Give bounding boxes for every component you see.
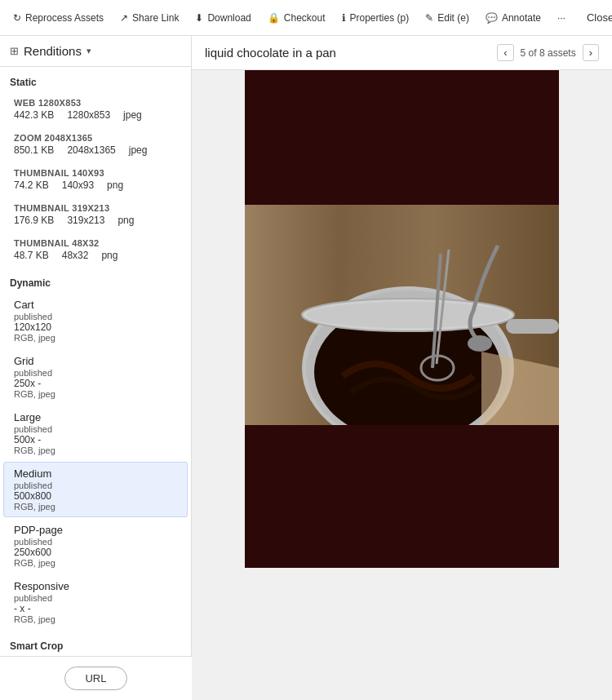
rendition-sub-large: published bbox=[14, 424, 177, 434]
rendition-item-responsive[interactable]: Responsive published - x - RGB, jpeg bbox=[3, 574, 188, 630]
edit-button[interactable]: ✎ Edit (e) bbox=[419, 8, 476, 28]
rendition-item-thumb140[interactable]: THUMBNAIL 140X93 74.2 KB 140x93 png bbox=[3, 162, 188, 197]
share-link-button[interactable]: ↗ Share Link bbox=[113, 8, 185, 28]
rendition-size-zoom: 850.1 KB bbox=[14, 144, 54, 156]
download-icon: ⬇ bbox=[195, 12, 203, 24]
close-button[interactable]: Close bbox=[579, 7, 612, 28]
rendition-format-zoom: jpeg bbox=[129, 144, 148, 156]
rendition-sub-grid: published bbox=[14, 368, 177, 378]
image-bottom-panel bbox=[245, 425, 559, 568]
rendition-sub-pdp: published bbox=[14, 537, 177, 547]
lock-icon: 🔒 bbox=[268, 12, 280, 24]
renditions-header[interactable]: ⊞ Renditions ▾ bbox=[0, 36, 191, 67]
rendition-format-web: jpeg bbox=[123, 109, 142, 121]
rendition-info-grid: 250x - bbox=[14, 378, 177, 389]
rendition-label-thumb140: THUMBNAIL 140X93 bbox=[14, 168, 177, 178]
smart-crop-section-header: Smart Crop bbox=[0, 631, 191, 655]
rendition-label-zoom: ZOOM 2048X1365 bbox=[14, 133, 177, 143]
rendition-item-cart[interactable]: Cart published 120x120 RGB, jpeg bbox=[3, 293, 188, 348]
rendition-size-thumb48: 48.7 KB bbox=[14, 250, 49, 261]
rendition-item-zoom[interactable]: ZOOM 2048X1365 850.1 KB 2048x1365 jpeg bbox=[3, 127, 188, 162]
rendition-format-medium: RGB, jpeg bbox=[14, 502, 177, 512]
rendition-sub-responsive: published bbox=[14, 593, 177, 603]
rendition-dims-medium: 500x800 bbox=[14, 490, 51, 502]
reprocess-assets-button[interactable]: ↻ Reprocess Assets bbox=[7, 8, 110, 28]
static-section-header: Static bbox=[0, 67, 191, 91]
rendition-info-thumb140: 74.2 KB 140x93 png bbox=[14, 179, 177, 191]
renditions-title: Renditions bbox=[24, 44, 82, 58]
rendition-info-thumb48: 48.7 KB 48x32 png bbox=[14, 250, 177, 261]
chocolate-image-svg bbox=[245, 205, 559, 425]
rendition-name-pdp: PDP-page bbox=[14, 524, 177, 536]
more-button[interactable]: ··· bbox=[551, 8, 572, 28]
annotate-button[interactable]: 💬 Annotate bbox=[479, 8, 548, 28]
rendition-info-web: 442.3 KB 1280x853 jpeg bbox=[14, 109, 177, 121]
rendition-info-pdp: 250x600 bbox=[14, 547, 177, 558]
rendition-item-pdp[interactable]: PDP-page published 250x600 RGB, jpeg bbox=[3, 518, 188, 574]
rendition-label-thumb48: THUMBNAIL 48X32 bbox=[14, 238, 177, 248]
rendition-size-thumb319: 176.9 KB bbox=[14, 215, 54, 226]
url-button[interactable]: URL bbox=[64, 667, 126, 690]
rendition-name-grid: Grid bbox=[14, 355, 177, 367]
annotate-icon: 💬 bbox=[486, 12, 498, 24]
rendition-item-medium[interactable]: Medium published 500x800 RGB, jpeg bbox=[3, 462, 188, 517]
rendition-label-thumb319: THUMBNAIL 319X213 bbox=[14, 203, 177, 213]
properties-button[interactable]: ℹ Properties (p) bbox=[335, 8, 416, 28]
checkout-button[interactable]: 🔒 Checkout bbox=[261, 8, 332, 28]
dynamic-section-header: Dynamic bbox=[0, 268, 191, 292]
svg-point-11 bbox=[468, 335, 492, 352]
rendition-dims-grid: 250x - bbox=[14, 378, 41, 389]
rendition-format-grid: RGB, jpeg bbox=[14, 389, 177, 399]
rendition-dims-thumb48: 48x32 bbox=[62, 250, 89, 261]
info-icon: ℹ bbox=[342, 12, 346, 24]
rendition-info-cart: 120x120 bbox=[14, 321, 177, 333]
rendition-info-thumb319: 176.9 KB 319x213 png bbox=[14, 215, 177, 226]
rendition-item-thumb48[interactable]: THUMBNAIL 48X32 48.7 KB 48x32 png bbox=[3, 233, 188, 267]
rendition-dims-pdp: 250x600 bbox=[14, 547, 51, 558]
image-top-panel bbox=[245, 70, 559, 205]
right-panel: liquid chocolate in a pan ‹ 5 of 8 asset… bbox=[192, 36, 612, 700]
reprocess-icon: ↻ bbox=[13, 12, 21, 24]
rendition-name-medium: Medium bbox=[14, 467, 177, 480]
rendition-dims-thumb140: 140x93 bbox=[62, 179, 94, 191]
rendition-dims-web: 1280x853 bbox=[67, 109, 110, 121]
chevron-down-icon: ▾ bbox=[86, 46, 91, 56]
rendition-format-cart: RGB, jpeg bbox=[14, 333, 177, 343]
rendition-format-thumb140: png bbox=[107, 179, 123, 191]
image-title: liquid chocolate in a pan bbox=[205, 46, 336, 60]
rendition-format-pdp: RGB, jpeg bbox=[14, 558, 177, 568]
svg-point-6 bbox=[306, 302, 510, 328]
image-middle-panel bbox=[245, 205, 559, 425]
download-button[interactable]: ⬇ Download bbox=[188, 8, 257, 28]
rendition-name-cart: Cart bbox=[14, 299, 177, 311]
prev-asset-button[interactable]: ‹ bbox=[497, 44, 513, 61]
rendition-format-thumb319: png bbox=[118, 215, 134, 226]
rendition-info-large: 500x - bbox=[14, 434, 177, 445]
asset-nav-text: 5 of 8 assets bbox=[521, 47, 576, 59]
rendition-item-grid[interactable]: Grid published 250x - RGB, jpeg bbox=[3, 349, 188, 405]
rendition-format-responsive: RGB, jpeg bbox=[14, 614, 177, 624]
rendition-dims-cart: 120x120 bbox=[14, 321, 51, 333]
rendition-item-large[interactable]: Large published 500x - RGB, jpeg bbox=[3, 405, 188, 461]
next-asset-button[interactable]: › bbox=[583, 44, 599, 61]
rendition-name-large: Large bbox=[14, 411, 177, 423]
panel-icon: ⊞ bbox=[10, 45, 19, 57]
rendition-sub-cart: published bbox=[14, 312, 177, 321]
rendition-dims-responsive: - x - bbox=[14, 603, 31, 614]
bottom-bar: URL bbox=[0, 656, 192, 700]
rendition-size-thumb140: 74.2 KB bbox=[14, 179, 49, 191]
rendition-format-large: RGB, jpeg bbox=[14, 445, 177, 455]
rendition-label-web: WEB 1280X853 bbox=[14, 98, 177, 108]
rendition-dims-large: 500x - bbox=[14, 434, 41, 445]
rendition-size-web: 442.3 KB bbox=[14, 109, 54, 121]
left-panel: ⊞ Renditions ▾ Static WEB 1280X853 442.3… bbox=[0, 36, 192, 700]
image-container bbox=[192, 70, 612, 700]
rendition-format-thumb48: png bbox=[101, 250, 118, 261]
image-header: liquid chocolate in a pan ‹ 5 of 8 asset… bbox=[192, 36, 612, 70]
svg-rect-7 bbox=[506, 319, 559, 334]
image-wrapper bbox=[192, 70, 612, 700]
share-icon: ↗ bbox=[120, 12, 128, 24]
rendition-item-web[interactable]: WEB 1280X853 442.3 KB 1280x853 jpeg bbox=[3, 92, 188, 126]
rendition-item-thumb319[interactable]: THUMBNAIL 319X213 176.9 KB 319x213 png bbox=[3, 197, 188, 232]
rendition-dims-zoom: 2048x1365 bbox=[67, 144, 115, 156]
